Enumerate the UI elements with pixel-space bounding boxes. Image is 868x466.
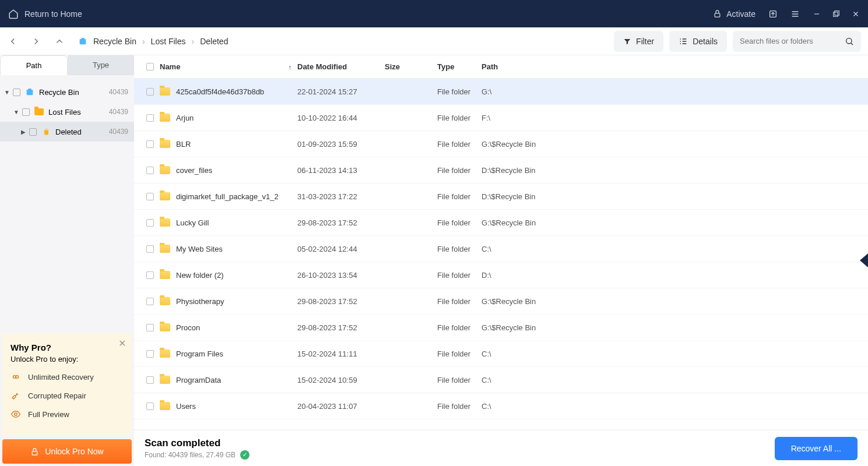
column-path[interactable]: Path [482, 62, 868, 71]
promo-feature-label: Unlimited Recovery [28, 373, 94, 382]
table-row[interactable]: BLR01-09-2023 15:59File folderG:\$Recycl… [134, 131, 868, 157]
tree-toggle-icon[interactable]: ▼ [13, 109, 20, 115]
promo-close-button[interactable]: ✕ [118, 338, 126, 349]
folder-icon [160, 245, 170, 253]
details-button[interactable]: Details [669, 31, 727, 52]
row-date: 29-08-2023 17:52 [297, 323, 385, 332]
row-type: File folder [437, 376, 482, 384]
row-checkbox[interactable] [146, 193, 154, 200]
table-row[interactable]: 425ca0df5f4de46d37b8db22-01-2024 15:27Fi… [134, 79, 868, 105]
file-list: 425ca0df5f4de46d37b8db22-01-2024 15:27Fi… [134, 79, 868, 430]
share-button[interactable] [768, 9, 778, 19]
arrow-right-icon [31, 36, 41, 47]
search-box[interactable] [733, 31, 861, 52]
table-row[interactable]: Procon29-08-2023 17:52File folderG:\$Rec… [134, 315, 868, 341]
breadcrumb-item[interactable]: Recycle Bin [93, 37, 136, 46]
tree-item-count: 40439 [109, 88, 128, 96]
tree-item[interactable]: ▼Lost Files40439 [0, 102, 134, 122]
table-row[interactable]: Arjun10-10-2022 16:44File folderF:\ [134, 105, 868, 131]
row-checkbox[interactable] [146, 298, 154, 305]
tree-checkbox[interactable] [22, 108, 30, 116]
tab-type[interactable]: Type [68, 55, 134, 75]
close-button[interactable] [852, 10, 860, 18]
lock-icon [30, 447, 39, 456]
tree-item-label: Recycle Bin [39, 88, 79, 97]
tree-item-label: Deleted [55, 128, 82, 136]
tree-checkbox[interactable] [13, 89, 20, 96]
row-checkbox[interactable] [146, 376, 154, 384]
search-input[interactable] [740, 37, 840, 45]
table-row[interactable]: digimarket_full_package_v1_231-03-2023 1… [134, 183, 868, 210]
row-name: Program Files [176, 350, 223, 358]
column-type[interactable]: Type [437, 62, 482, 71]
svg-rect-8 [28, 89, 31, 90]
maximize-icon [832, 10, 840, 17]
row-path: G:\$Recycle Bin [482, 297, 868, 306]
minimize-button[interactable] [813, 10, 821, 18]
activate-label: Activate [726, 9, 755, 19]
tree: ▼Recycle Bin40439▼Lost Files40439▶Delete… [0, 75, 134, 331]
folder-icon [160, 376, 170, 384]
recover-all-button[interactable]: Recover All ... [775, 437, 858, 460]
table-row[interactable]: Program Files15-02-2024 11:11File folder… [134, 341, 868, 367]
row-date: 15-02-2024 11:11 [297, 350, 385, 358]
promo-feature-label: Full Preview [28, 410, 69, 419]
table-row[interactable]: ProgramData15-02-2024 10:59File folderC:… [134, 367, 868, 393]
row-checkbox[interactable] [146, 88, 154, 96]
unlock-pro-label: Unlock Pro Now [45, 447, 103, 456]
table-row[interactable]: New folder (2)26-10-2023 13:54File folde… [134, 262, 868, 288]
row-date: 31-03-2023 17:22 [297, 192, 385, 201]
menu-button[interactable] [790, 9, 800, 19]
filter-button[interactable]: Filter [614, 31, 663, 52]
row-path: G:\$Recycle Bin [482, 218, 868, 227]
svg-rect-5 [81, 38, 84, 40]
arrow-up-icon [54, 36, 65, 47]
row-date: 29-08-2023 17:52 [297, 297, 385, 306]
row-checkbox[interactable] [146, 403, 154, 410]
back-button[interactable] [7, 36, 19, 47]
tree-checkbox[interactable] [29, 128, 37, 136]
table-row[interactable]: cover_files06-11-2023 14:13File folderD:… [134, 157, 868, 183]
row-type: File folder [437, 297, 482, 306]
table-row[interactable]: Users20-04-2023 11:07File folderC:\ [134, 393, 868, 419]
row-date: 10-10-2022 16:44 [297, 114, 385, 122]
tree-toggle-icon[interactable]: ▶ [20, 129, 27, 135]
tree-item[interactable]: ▼Recycle Bin40439 [0, 82, 134, 102]
activate-button[interactable]: Activate [713, 9, 755, 19]
breadcrumb-item[interactable]: Lost Files [151, 37, 186, 46]
row-checkbox[interactable] [146, 219, 154, 227]
table-row[interactable]: My Web Sites05-02-2024 12:44File folderC… [134, 236, 868, 262]
tab-path[interactable]: Path [0, 55, 68, 75]
row-type: File folder [437, 166, 482, 175]
row-checkbox[interactable] [146, 350, 154, 358]
row-checkbox[interactable] [146, 271, 154, 279]
column-date[interactable]: Date Modified [297, 62, 385, 71]
row-checkbox[interactable] [146, 167, 154, 174]
return-home-button[interactable]: Return to Home [8, 9, 82, 19]
sort-ascending-icon: ↑ [289, 63, 292, 70]
maximize-button[interactable] [832, 10, 840, 17]
column-size[interactable]: Size [385, 62, 437, 71]
row-checkbox[interactable] [146, 140, 154, 148]
column-size-label: Size [385, 62, 400, 71]
unlock-pro-button[interactable]: Unlock Pro Now [2, 439, 132, 464]
row-name: My Web Sites [176, 245, 223, 253]
main-panel: Name ↑ Date Modified Size Type Path 425c… [134, 55, 868, 466]
titlebar: Return to Home Activate [0, 0, 868, 27]
row-checkbox[interactable] [146, 324, 154, 331]
up-button[interactable] [54, 36, 65, 47]
tree-toggle-icon[interactable]: ▼ [3, 89, 10, 96]
row-checkbox[interactable] [146, 245, 154, 253]
row-name: BLR [176, 140, 191, 149]
forward-button[interactable] [30, 36, 42, 47]
row-path: C:\ [482, 402, 868, 411]
breadcrumb-item[interactable]: Deleted [200, 37, 228, 46]
row-checkbox[interactable] [146, 114, 154, 122]
tree-item[interactable]: ▶Deleted40439 [0, 122, 134, 142]
select-all-checkbox[interactable] [146, 63, 154, 70]
promo-feature: Unlimited Recovery [10, 372, 124, 382]
column-name[interactable]: Name ↑ [160, 62, 297, 71]
table-row[interactable]: Physiotherapy29-08-2023 17:52File folder… [134, 288, 868, 315]
promo-feature-label: Corrupted Repair [28, 391, 86, 400]
table-row[interactable]: Lucky Gill29-08-2023 17:52File folderG:\… [134, 210, 868, 236]
